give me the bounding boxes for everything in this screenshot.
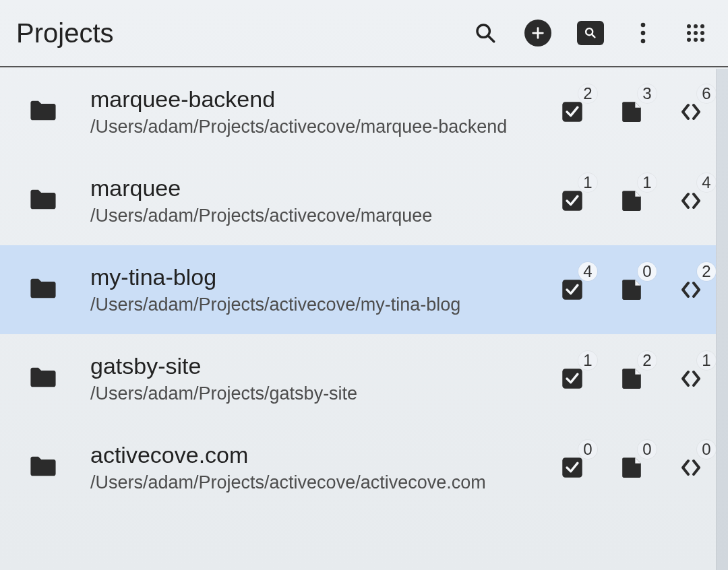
svg-point-10 (694, 24, 698, 28)
project-info: marquee-backend /Users/adam/Projects/act… (90, 86, 527, 137)
todos-count: 4 (578, 262, 597, 281)
snippets-counter[interactable]: 0 (677, 453, 705, 482)
find-in-project-button[interactable] (577, 20, 604, 46)
checkbox-icon (561, 456, 584, 479)
project-path: /Users/adam/Projects/activecove/my-tina-… (90, 294, 527, 315)
svg-point-13 (694, 31, 698, 35)
projects-panel: Projects (0, 0, 728, 570)
snippets-count: 4 (697, 173, 716, 192)
project-counters: 0 0 0 (558, 453, 708, 482)
note-icon (621, 456, 642, 479)
project-counters: 2 3 6 (558, 98, 708, 126)
folder-icon (27, 275, 59, 305)
snippets-counter[interactable]: 1 (677, 365, 705, 393)
notes-count: 1 (638, 173, 657, 192)
checkbox-icon (561, 278, 584, 301)
snippets-count: 2 (697, 262, 716, 281)
notes-counter[interactable]: 2 (617, 365, 646, 393)
project-name: marquee-backend (90, 86, 527, 113)
project-name: marquee (90, 175, 527, 201)
note-icon (621, 367, 642, 390)
notes-counter[interactable]: 0 (617, 453, 646, 482)
notes-counter[interactable]: 0 (617, 276, 646, 304)
code-icon (678, 102, 704, 122)
code-icon (678, 369, 704, 389)
notes-count: 3 (638, 84, 657, 103)
snippets-counter[interactable]: 4 (677, 187, 705, 215)
project-counters: 4 0 2 (558, 276, 708, 304)
project-counters: 1 2 1 (558, 365, 708, 393)
snippets-counter[interactable]: 6 (677, 98, 705, 126)
add-project-button[interactable] (524, 20, 551, 46)
svg-point-9 (687, 24, 691, 28)
svg-point-6 (641, 23, 646, 28)
search-icon (474, 22, 497, 44)
panel-header: Projects (0, 0, 728, 67)
more-menu-button[interactable] (630, 20, 657, 46)
project-row[interactable]: activecove.com /Users/adam/Projects/acti… (0, 423, 728, 512)
svg-point-15 (687, 38, 691, 42)
notes-counter[interactable]: 1 (617, 187, 646, 215)
todos-counter[interactable]: 4 (558, 276, 586, 304)
notes-count: 2 (638, 351, 657, 370)
folder-icon (27, 364, 59, 393)
svg-point-16 (694, 38, 698, 42)
todos-counter[interactable]: 0 (558, 453, 586, 482)
search-button[interactable] (472, 20, 499, 46)
project-path: /Users/adam/Projects/activecove/marquee-… (90, 117, 527, 137)
find-in-project-icon (577, 21, 604, 45)
svg-line-5 (592, 34, 595, 37)
todos-count: 1 (578, 173, 597, 192)
project-row[interactable]: my-tina-blog /Users/adam/Projects/active… (0, 245, 728, 334)
notes-counter[interactable]: 3 (617, 98, 646, 126)
project-counters: 1 1 4 (558, 187, 708, 215)
project-row[interactable]: gatsby-site /Users/adam/Projects/gatsby-… (0, 334, 728, 423)
note-icon (621, 278, 642, 301)
todos-count: 2 (578, 84, 597, 103)
project-row[interactable]: marquee /Users/adam/Projects/activecove/… (0, 156, 728, 245)
checkbox-icon (561, 367, 584, 390)
todos-count: 1 (578, 351, 597, 370)
project-name: gatsby-site (90, 353, 527, 379)
header-actions (472, 20, 712, 46)
apps-grid-icon (686, 23, 706, 43)
svg-point-7 (641, 31, 646, 36)
apps-grid-button[interactable] (682, 20, 709, 46)
project-path: /Users/adam/Projects/gatsby-site (90, 383, 527, 404)
scrollbar-track[interactable] (716, 69, 728, 570)
snippets-counter[interactable]: 2 (677, 276, 705, 304)
project-info: activecove.com /Users/adam/Projects/acti… (90, 442, 527, 493)
code-icon (678, 457, 704, 478)
project-row[interactable]: marquee-backend /Users/adam/Projects/act… (0, 67, 728, 156)
todos-counter[interactable]: 1 (558, 187, 586, 215)
svg-point-8 (641, 39, 646, 44)
code-icon (678, 191, 704, 211)
code-icon (678, 280, 704, 300)
project-info: gatsby-site /Users/adam/Projects/gatsby-… (90, 353, 527, 404)
note-icon (621, 189, 642, 212)
notes-count: 0 (638, 440, 657, 459)
note-icon (621, 100, 642, 123)
checkbox-icon (561, 189, 584, 212)
svg-point-14 (700, 31, 704, 35)
project-path: /Users/adam/Projects/activecove/marquee (90, 205, 527, 226)
snippets-count: 6 (697, 84, 716, 103)
project-info: my-tina-blog /Users/adam/Projects/active… (90, 264, 527, 315)
notes-count: 0 (638, 262, 657, 281)
todos-counter[interactable]: 2 (558, 98, 586, 126)
folder-icon (27, 97, 59, 127)
project-name: my-tina-blog (90, 264, 527, 290)
checkbox-icon (561, 100, 584, 123)
svg-point-11 (700, 24, 704, 28)
todos-counter[interactable]: 1 (558, 365, 586, 393)
snippets-count: 0 (697, 440, 716, 459)
todos-count: 0 (578, 440, 597, 459)
more-vert-icon (640, 22, 646, 44)
project-list[interactable]: marquee-backend /Users/adam/Projects/act… (0, 67, 728, 570)
project-info: marquee /Users/adam/Projects/activecove/… (90, 175, 527, 226)
folder-icon (27, 453, 59, 482)
svg-line-1 (488, 36, 494, 42)
add-icon (524, 20, 551, 46)
svg-point-17 (700, 38, 704, 42)
snippets-count: 1 (697, 351, 716, 370)
